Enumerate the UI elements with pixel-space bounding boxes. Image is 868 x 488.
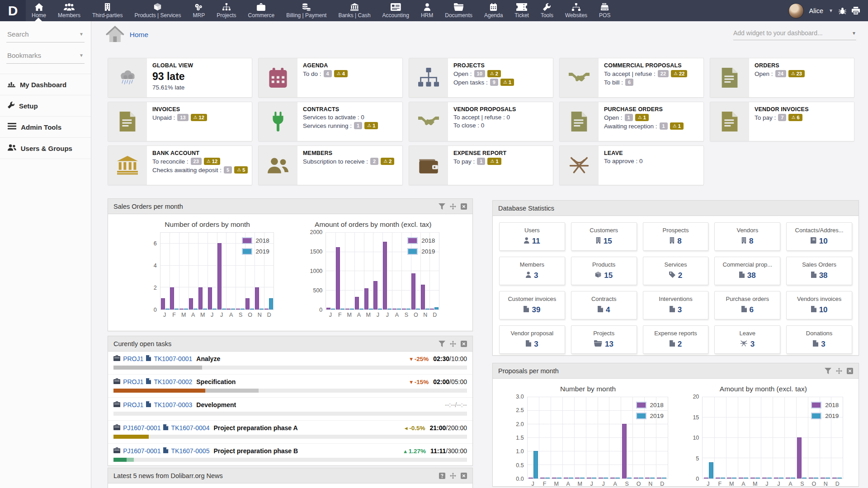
task-name[interactable]: Analyze bbox=[196, 355, 220, 362]
widget-projects[interactable]: PROJECTSOpen :10⚠2Open tasks :9⚠1 bbox=[409, 58, 553, 98]
widget-purchase-orders[interactable]: PURCHASE ORDERSOpen :1⚠1Awaiting recepti… bbox=[559, 102, 704, 141]
count-badge[interactable]: 5 bbox=[224, 166, 232, 174]
stat-contracts[interactable]: Contracts4 bbox=[571, 291, 637, 319]
count-badge[interactable]: 4 bbox=[324, 70, 332, 77]
count-badge[interactable]: 2 bbox=[370, 158, 378, 165]
add-widget-select[interactable]: Add widget to your dashboard... ▼ bbox=[733, 29, 856, 40]
widget-global-view[interactable]: GLOBAL VIEW93 late75.61% late bbox=[108, 58, 252, 98]
nav-item-banks-cash[interactable]: Banks | Cash bbox=[332, 0, 376, 21]
nav-item-third-parties[interactable]: Third-parties bbox=[86, 0, 128, 21]
count-badge[interactable]: 1 bbox=[625, 114, 633, 121]
stat-vendors[interactable]: Vendors8 bbox=[714, 222, 780, 251]
stat-customers[interactable]: Customers15 bbox=[571, 222, 637, 251]
warning-badge[interactable]: ⚠22 bbox=[671, 70, 687, 77]
nav-item-commerce[interactable]: Commerce bbox=[242, 0, 281, 21]
widget-agenda[interactable]: AGENDATo do :4⚠4 bbox=[258, 58, 403, 98]
task-name[interactable]: Project preparation phase A bbox=[213, 424, 297, 432]
count-badge[interactable]: 22 bbox=[658, 70, 669, 77]
user-menu[interactable]: Alice bbox=[809, 7, 823, 14]
task-ref-link[interactable]: TK1007-0002 bbox=[154, 378, 192, 385]
filter-icon[interactable] bbox=[439, 203, 445, 210]
count-badge[interactable]: 10 bbox=[474, 70, 485, 77]
widget-bank-account[interactable]: BANK ACCOUNTTo reconcile :23⚠12Checks aw… bbox=[108, 145, 252, 185]
count-badge[interactable]: 1 bbox=[477, 158, 485, 165]
widget-leave[interactable]: LEAVETo approve : 0 bbox=[559, 145, 704, 185]
nav-item-documents[interactable]: Documents bbox=[439, 0, 478, 21]
stat-projects[interactable]: Projects13 bbox=[571, 325, 637, 354]
task-ref-link[interactable]: TK1607-0005 bbox=[171, 447, 210, 455]
stat-products[interactable]: Products15 bbox=[571, 257, 637, 285]
close-icon[interactable] bbox=[461, 473, 467, 479]
nav-item-projects[interactable]: Projects bbox=[211, 0, 242, 21]
nav-item-tools[interactable]: Tools bbox=[535, 0, 559, 21]
bookmarks-select[interactable]: Bookmarks ▼ bbox=[6, 52, 85, 64]
close-icon[interactable] bbox=[847, 368, 853, 374]
widget-vendor-proposals[interactable]: VENDOR PROPOSALSTo accept | refuse : 0To… bbox=[409, 102, 553, 141]
nav-item-products-services[interactable]: Products | Services bbox=[128, 0, 187, 21]
count-badge[interactable]: 1 bbox=[660, 122, 668, 130]
nav-item-websites[interactable]: Websites bbox=[559, 0, 593, 21]
filter-icon[interactable] bbox=[825, 368, 831, 374]
project-link[interactable]: PROJ1 bbox=[123, 401, 143, 408]
close-icon[interactable] bbox=[461, 203, 467, 210]
widget-commercial-proposals[interactable]: COMMERCIAL PROPOSALSTo accept | refuse :… bbox=[559, 58, 704, 98]
warning-badge[interactable]: ⚠1 bbox=[500, 79, 514, 86]
search-select[interactable]: Search ▼ bbox=[6, 30, 85, 42]
nav-item-pos[interactable]: POS bbox=[593, 0, 616, 21]
nav-item-agenda[interactable]: Agenda bbox=[478, 0, 509, 21]
sidebar-item-admin-tools[interactable]: Admin Tools bbox=[0, 117, 91, 138]
print-icon[interactable] bbox=[852, 7, 860, 14]
warning-badge[interactable]: ⚠4 bbox=[334, 70, 348, 77]
nav-item-ticket[interactable]: Ticket bbox=[509, 0, 535, 21]
warning-badge[interactable]: ⚠2 bbox=[487, 70, 501, 77]
warning-badge[interactable]: ⚠6 bbox=[788, 114, 802, 121]
task-name[interactable]: Project preparation phase B bbox=[213, 447, 298, 455]
warning-badge[interactable]: ⚠1 bbox=[670, 122, 684, 130]
sidebar-item-users-groups[interactable]: Users & Groups bbox=[0, 138, 91, 159]
breadcrumb-home-link[interactable]: Home bbox=[130, 31, 148, 39]
count-badge[interactable]: 7 bbox=[778, 114, 786, 121]
stat-users[interactable]: Users11 bbox=[499, 222, 565, 251]
close-icon[interactable] bbox=[461, 341, 467, 347]
count-badge[interactable]: 6 bbox=[625, 79, 633, 86]
stat-leave[interactable]: Leave3 bbox=[714, 325, 780, 354]
stat-prospects[interactable]: Prospects8 bbox=[643, 222, 709, 251]
nav-item-hrm[interactable]: HRM bbox=[415, 0, 439, 21]
stat-customer-invoices[interactable]: Customer invoices39 bbox=[499, 291, 565, 319]
warning-badge[interactable]: ⚠1 bbox=[364, 122, 378, 129]
move-icon[interactable] bbox=[450, 341, 456, 347]
widget-contracts[interactable]: CONTRACTSServices to activate : 0Service… bbox=[258, 102, 403, 141]
move-icon[interactable] bbox=[450, 473, 456, 479]
stat-purchase-orders[interactable]: Purchase orders6 bbox=[714, 291, 780, 319]
stat-commercial-prop[interactable]: Commercial prop...38 bbox=[714, 257, 780, 285]
dolibarr-logo[interactable]: D bbox=[0, 0, 26, 21]
count-badge[interactable]: 24 bbox=[775, 70, 786, 77]
stat-contacts-addres[interactable]: Contacts/Addres...10 bbox=[786, 222, 852, 251]
nav-item-mrp[interactable]: MRP bbox=[187, 0, 211, 21]
stat-members[interactable]: Members3 bbox=[499, 257, 565, 285]
stat-donations[interactable]: Donations3 bbox=[786, 325, 852, 354]
stat-expense-reports[interactable]: Expense reports2 bbox=[643, 325, 709, 354]
task-name[interactable]: Specification bbox=[196, 378, 236, 385]
stat-interventions[interactable]: Interventions3 bbox=[643, 291, 709, 319]
stat-sales-orders[interactable]: Sales Orders38 bbox=[786, 257, 852, 285]
task-ref-link[interactable]: TK1007-0003 bbox=[154, 401, 192, 408]
warning-badge[interactable]: ⚠2 bbox=[381, 158, 394, 165]
warning-badge[interactable]: ⚠5 bbox=[234, 166, 248, 174]
task-ref-link[interactable]: TK1607-0004 bbox=[171, 424, 210, 432]
project-link[interactable]: PROJ1 bbox=[123, 378, 143, 385]
widget-invoices[interactable]: INVOICESUnpaid :13⚠12 bbox=[108, 102, 252, 141]
sidebar-item-setup[interactable]: Setup bbox=[0, 95, 91, 117]
count-badge[interactable]: 23 bbox=[191, 158, 202, 165]
avatar[interactable] bbox=[788, 3, 804, 19]
nav-item-billing-payment[interactable]: Billing | Payment bbox=[280, 0, 332, 21]
project-link[interactable]: PJ1607-0001 bbox=[123, 424, 160, 432]
warning-badge[interactable]: ⚠1 bbox=[487, 158, 501, 165]
widget-expense-report[interactable]: EXPENSE REPORTTo pay :1⚠1 bbox=[409, 145, 553, 185]
task-name[interactable]: Development bbox=[196, 401, 236, 408]
warning-badge[interactable]: ⚠12 bbox=[204, 158, 220, 165]
warning-badge[interactable]: ⚠1 bbox=[635, 114, 649, 121]
warning-badge[interactable]: ⚠23 bbox=[788, 70, 805, 77]
project-link[interactable]: PJ1607-0001 bbox=[123, 447, 160, 455]
count-badge[interactable]: 9 bbox=[490, 79, 498, 86]
